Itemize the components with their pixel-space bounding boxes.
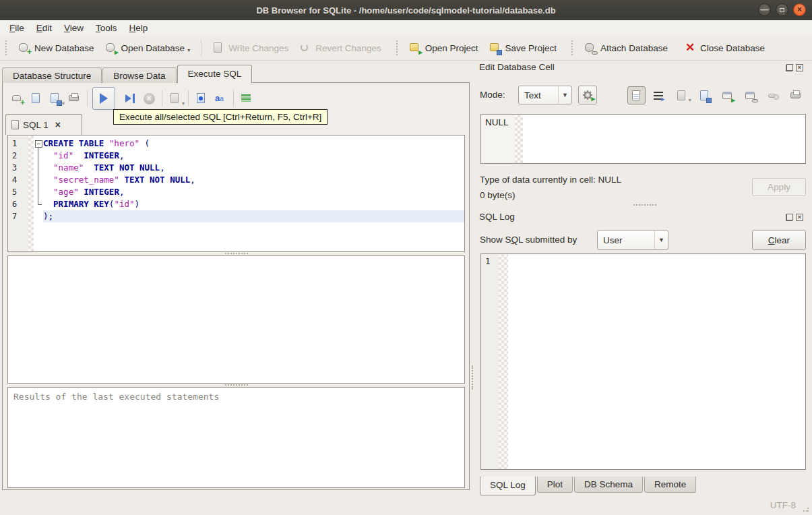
sql-editor[interactable]: 1CREATE TABLE "hero" (2 "id" INTEGER,3 "… xyxy=(7,135,465,252)
menu-file[interactable]: File xyxy=(3,22,30,34)
execute-line-button[interactable] xyxy=(121,89,139,108)
window-title: DB Browser for SQLite - /home/user/code/… xyxy=(256,5,555,16)
save-project-icon xyxy=(489,42,501,54)
attach-database-button[interactable]: Attach Database xyxy=(579,39,673,57)
close-database-button[interactable]: ✕ Close Database xyxy=(679,39,770,57)
find-button[interactable] xyxy=(192,89,211,108)
word-wrap-icon xyxy=(653,90,665,102)
execute-all-button[interactable] xyxy=(92,87,115,110)
gear-icon: ▸ xyxy=(582,90,593,100)
menu-tools[interactable]: Tools xyxy=(90,22,123,34)
menubar: File Edit View Tools Help xyxy=(0,20,812,36)
new-tab-icon: + xyxy=(11,92,24,104)
format-sql-button[interactable] xyxy=(237,89,256,108)
main-tab-bar: Database Structure Browse Data Execute S… xyxy=(2,65,253,83)
edit-cell-dock-buttons: × xyxy=(786,64,803,71)
close-button[interactable]: × xyxy=(793,3,806,16)
close-panel-icon[interactable]: × xyxy=(796,64,803,71)
editor-results-splitter[interactable] xyxy=(225,253,248,254)
toolbar-drag-handle[interactable] xyxy=(571,40,575,55)
write-changes-button[interactable]: Write Changes xyxy=(207,39,294,57)
sql-tab-label: SQL 1 xyxy=(23,120,49,130)
toolbar-drag-handle[interactable] xyxy=(396,40,400,55)
revert-changes-button[interactable]: Revert Changes xyxy=(294,39,387,57)
results-grid-pane[interactable] xyxy=(7,255,465,384)
menu-edit[interactable]: Edit xyxy=(30,22,58,34)
close-panel-icon[interactable]: × xyxy=(796,214,803,221)
save-project-button[interactable]: Save Project xyxy=(484,39,563,57)
text-mode-button[interactable] xyxy=(627,86,646,104)
new-database-button[interactable]: + New Database xyxy=(13,39,100,57)
close-sql-tab-icon[interactable]: × xyxy=(55,119,61,130)
menu-help[interactable]: Help xyxy=(123,22,154,34)
sql-document-tab[interactable]: SQL 1 × xyxy=(5,114,82,135)
clear-log-button[interactable]: Clear xyxy=(752,230,806,250)
tab-remote[interactable]: Remote xyxy=(644,477,696,493)
sql-log-filter-combobox[interactable]: User ▼ xyxy=(597,230,668,250)
resize-grip[interactable] xyxy=(803,506,809,512)
float-panel-icon[interactable] xyxy=(786,64,793,71)
import-dropdown-icon: ▾ xyxy=(689,97,691,103)
new-sql-tab-button[interactable]: + xyxy=(8,89,27,108)
import-cell-button[interactable]: ▾ xyxy=(673,86,691,104)
cell-editor-area[interactable]: NULL xyxy=(480,114,806,164)
menu-view[interactable]: View xyxy=(58,22,90,34)
open-sql-file-button[interactable] xyxy=(27,89,46,108)
apply-button[interactable]: Apply xyxy=(752,178,806,196)
sql-log-filter-value: User xyxy=(598,235,654,245)
open-database-dropdown-icon[interactable]: ▾ xyxy=(187,47,190,53)
print-sql-button[interactable] xyxy=(65,89,84,108)
sql-log-dock-title: SQL Log xyxy=(479,212,515,222)
open-file-icon xyxy=(30,92,42,104)
link-icon xyxy=(745,90,757,102)
tab-plot[interactable]: Plot xyxy=(537,477,573,493)
word-wrap-button[interactable] xyxy=(650,86,668,104)
apply-settings-button[interactable]: ▸ xyxy=(578,86,597,104)
toolbar-drag-handle[interactable] xyxy=(5,40,9,55)
open-project-icon: ▸ xyxy=(409,42,421,54)
sql-log-line-number: 1 xyxy=(485,256,491,266)
tab-browse-data[interactable]: Browse Data xyxy=(102,67,176,83)
save-results-dropdown-icon: ▾ xyxy=(182,100,185,107)
minimize-button[interactable]: — xyxy=(758,3,771,16)
tab-execute-sql[interactable]: Execute SQL xyxy=(177,65,253,83)
save-sql-file-button[interactable]: ▾ xyxy=(46,89,65,108)
results-log-splitter[interactable] xyxy=(225,384,248,386)
set-null-button[interactable] xyxy=(764,86,782,104)
cell-type-info: Type of data currently in cell: NULL xyxy=(480,175,621,185)
save-results-button[interactable]: ▾ xyxy=(166,89,185,108)
stop-button[interactable]: × xyxy=(139,89,158,108)
autocomplete-button[interactable]: aa xyxy=(211,89,230,108)
edit-cell-dock-title: Edit Database Cell xyxy=(479,62,555,72)
print-cell-button[interactable] xyxy=(787,86,805,104)
maximize-icon xyxy=(780,8,784,12)
export-cell-button[interactable] xyxy=(696,86,714,104)
open-project-button[interactable]: ▸ Open Project xyxy=(404,39,484,57)
float-panel-icon[interactable] xyxy=(786,214,793,221)
copy-link-button[interactable] xyxy=(741,86,759,104)
sql-toolbar-separator xyxy=(233,90,234,107)
execution-log-pane[interactable]: Results of the last executed statements xyxy=(7,387,465,488)
dock-splitter[interactable] xyxy=(633,204,656,206)
titlebar: DB Browser for SQLite - /home/user/code/… xyxy=(0,0,812,20)
execute-tooltip: Execute all/selected SQL [Ctrl+Return, F… xyxy=(113,109,327,125)
main-toolbar: + New Database ▸ Open Database ▾ Write C… xyxy=(0,36,812,61)
tab-db-schema[interactable]: DB Schema xyxy=(574,477,643,493)
window-controls: — × xyxy=(758,3,806,16)
sql-document-icon xyxy=(11,120,19,129)
open-database-button[interactable]: ▸ Open Database ▾ xyxy=(100,39,196,57)
tab-database-structure[interactable]: Database Structure xyxy=(2,67,102,83)
main-vertical-splitter[interactable] xyxy=(472,365,473,390)
cell-editor-toolbar: ▾ ▸ xyxy=(627,86,805,104)
tab-sql-log[interactable]: SQL Log xyxy=(480,477,536,495)
maximize-button[interactable] xyxy=(776,3,788,16)
save-results-icon xyxy=(169,92,181,104)
sql-log-filter-label: Show SQL submitted by xyxy=(480,235,577,245)
autocomplete-icon: aa xyxy=(214,92,226,104)
sql-log-fold-margin xyxy=(499,254,508,469)
play-bar-icon xyxy=(133,94,135,103)
execute-sql-panel: + ▾ × ▾ aa SQL 1 × 1CREATE TABLE "hero" … xyxy=(2,82,470,490)
open-external-button[interactable]: ▸ xyxy=(718,86,737,104)
sql-log-area[interactable]: 1 xyxy=(480,253,806,470)
mode-combobox[interactable]: Text ▼ xyxy=(518,86,572,104)
